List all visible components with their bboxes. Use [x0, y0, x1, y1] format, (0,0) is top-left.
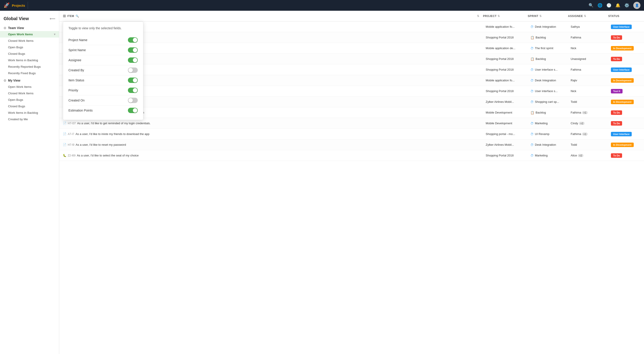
logo-icon: 🚀	[4, 2, 10, 8]
created-by-me-label: Created by Me	[8, 118, 28, 121]
sidebar-item-created-by-me[interactable]: Created by Me	[0, 116, 59, 122]
sidebar-item-open-bugs[interactable]: Open Bugs	[0, 44, 59, 50]
cell-item: 📄 A7-I7 As a user, I'd like to inivte my…	[59, 130, 483, 137]
table-row[interactable]: 📄 ...ion so that I can find the Mobile a…	[59, 21, 644, 32]
toggle-thumb	[128, 68, 133, 72]
grid-icon[interactable]: ⊞	[63, 14, 66, 18]
cell-assignee: Rajiv	[568, 77, 608, 84]
table-row[interactable]: 📄 H7-I18 As a user, I'd like to enable t…	[59, 107, 644, 118]
cell-sprint: ⏱ Desk Integration	[528, 141, 568, 148]
my-view-label: My View	[8, 79, 20, 82]
settings-icon[interactable]: ⚙️	[624, 3, 629, 8]
sidebar-item-open-work-items[interactable]: Open Work Items ▾	[0, 31, 59, 37]
cell-project: Mobile Development	[483, 120, 528, 127]
cell-sprint: ⏱ Marketing	[528, 152, 568, 159]
assignee-name: Todd	[571, 143, 577, 146]
toggle-switch[interactable]	[128, 88, 138, 93]
sidebar-item-closed-bugs[interactable]: Closed Bugs	[0, 50, 59, 57]
sidebar-item-my-closed-bugs[interactable]: Closed Bugs	[0, 103, 59, 109]
table-row[interactable]: 📄 ...ce Shopping Portal 2018 📋 Backlog U…	[59, 54, 644, 64]
table-row[interactable]: 🐛 Z2-I69 As a user, I'd like to select t…	[59, 150, 644, 161]
toggle-label: Assignee	[68, 58, 82, 62]
assignee-extra: +1	[582, 132, 588, 136]
sprint-name: Desk Integration	[535, 143, 556, 146]
item-text: As a user, I'd like to reset my password	[76, 143, 126, 146]
sprint-type-icon: ⏱	[530, 46, 534, 50]
sort-assignee-icon[interactable]: ⇅	[584, 14, 586, 18]
sort-sprint-icon[interactable]: ⇅	[539, 14, 542, 18]
status-badge: To Do	[611, 153, 622, 158]
sprint-type-icon: 📋	[530, 111, 534, 114]
cell-item: 🐛 Z2-I69 As a user, I'd like to select t…	[59, 152, 483, 159]
app-logo[interactable]: 🚀 Projects	[4, 2, 25, 8]
sidebar-item-my-open-work-items[interactable]: Open Work Items	[0, 84, 59, 90]
app-title: Projects	[12, 3, 25, 7]
sidebar-item-my-work-items-backlog[interactable]: Work Items in Backlog	[0, 109, 59, 116]
sort-project-icon[interactable]: ⇅	[498, 14, 500, 18]
cell-project: Mobile application de...	[483, 45, 528, 52]
assignee-name: Unassigned	[571, 57, 586, 60]
col-sprint-label: SPRINT	[528, 14, 538, 18]
table-row[interactable]: 📄 A7-I7 As a user, I'd like to inivte my…	[59, 129, 644, 139]
sidebar-item-closed-work-items[interactable]: Closed Work Items	[0, 37, 59, 44]
toggle-label: Sprint Name	[68, 48, 86, 52]
open-bugs-label: Open Bugs	[8, 45, 23, 49]
cell-status: In Development	[608, 76, 644, 84]
table-row[interactable]: 📄 ...es sections where I can Shopping Po…	[59, 86, 644, 96]
search-col-icon[interactable]: 🔍	[76, 14, 79, 18]
toggle-switch[interactable]	[128, 98, 138, 103]
sidebar-item-work-items-backlog[interactable]: Work Items in Backlog	[0, 57, 59, 63]
cell-assignee: Nick	[568, 88, 608, 94]
sidebar-item-recently-fixed-bugs[interactable]: Recently Fixed Bugs	[0, 70, 59, 76]
toggle-switch[interactable]	[128, 67, 138, 73]
field-toggle-dropdown: Toggle to view only the selected fields.…	[63, 21, 143, 120]
sidebar-section-header-team[interactable]: ⊙ Team View	[0, 25, 59, 31]
toggle-row: Created On	[68, 95, 138, 105]
clock-icon[interactable]: 🕐	[606, 3, 611, 8]
assignee-name: Cindy	[571, 122, 578, 125]
toggle-row: Project Name	[68, 35, 138, 45]
globe-icon[interactable]: 🌐	[598, 3, 602, 8]
sidebar-section-team-view: ⊙ Team View Open Work Items ▾ Closed Wor…	[0, 25, 59, 76]
toggle-switch[interactable]	[128, 108, 138, 113]
toggle-thumb	[133, 78, 137, 82]
sidebar-item-my-open-bugs[interactable]: Open Bugs	[0, 96, 59, 103]
col-header-project: PROJECT ⇅	[483, 14, 528, 18]
item-text: As a user, I'd like to select the seat o…	[77, 154, 139, 157]
cell-sprint: ⏱ Marketing	[528, 120, 568, 127]
bug-icon: 🐛	[63, 154, 66, 157]
toggle-switch[interactable]	[128, 47, 138, 53]
filter-icon[interactable]: ▾	[54, 33, 56, 36]
sidebar-collapse-button[interactable]: ⟵	[50, 16, 56, 21]
cell-status: Test It	[608, 87, 644, 95]
assignee-name: Todd	[571, 100, 577, 103]
assignee-name: Fathima	[571, 132, 581, 136]
cell-project: Zylker Airlines Mobil...	[483, 98, 528, 105]
table-row[interactable]: 📄 ...ebsite and the app to be Mobile app…	[59, 43, 644, 54]
sidebar-section-header-my[interactable]: ⊙ My View	[0, 77, 59, 84]
sprint-name: The first sprint	[535, 46, 553, 50]
sort-item-icon[interactable]: ⇅	[477, 14, 480, 18]
table-row[interactable]: 📄 ...for Recommendations Shopping Portal…	[59, 32, 644, 43]
cell-status: To Do	[608, 55, 644, 63]
table-row[interactable]: 📄 ...liances based on the crit Shopping …	[59, 64, 644, 75]
table-row[interactable]: 📄 ...st icon. Zylker Airlines Mobil... ⏱…	[59, 96, 644, 107]
sidebar-item-recently-reported-bugs[interactable]: Recently Reported Bugs	[0, 63, 59, 70]
toggle-switch[interactable]	[128, 77, 138, 83]
toggle-label: Created By	[68, 68, 84, 72]
table-row[interactable]: 📄 H7-I9 As a user, I'd like to reset my …	[59, 139, 644, 150]
assignee-name: Sathya	[571, 25, 580, 28]
avatar[interactable]: 👤	[633, 2, 640, 9]
sidebar-item-my-closed-work-items[interactable]: Closed Work Items	[0, 90, 59, 96]
table-row[interactable]: 📄 H7-I37 As a user, I'd like to get remi…	[59, 118, 644, 129]
toggle-switch[interactable]	[128, 57, 138, 63]
table-row[interactable]: 📄 ...w of all the appliances. Mobile app…	[59, 75, 644, 86]
toggle-thumb	[133, 58, 137, 62]
bell-icon[interactable]: 🔔	[616, 3, 620, 8]
toggle-row: Created By	[68, 65, 138, 75]
cell-sprint: ⏱ Shopping cart sp...	[528, 98, 568, 105]
search-icon[interactable]: 🔍	[588, 3, 594, 8]
toggle-switch[interactable]	[128, 37, 138, 43]
col-item-label: ITEM	[67, 14, 74, 18]
cell-status: In Development	[608, 141, 644, 149]
